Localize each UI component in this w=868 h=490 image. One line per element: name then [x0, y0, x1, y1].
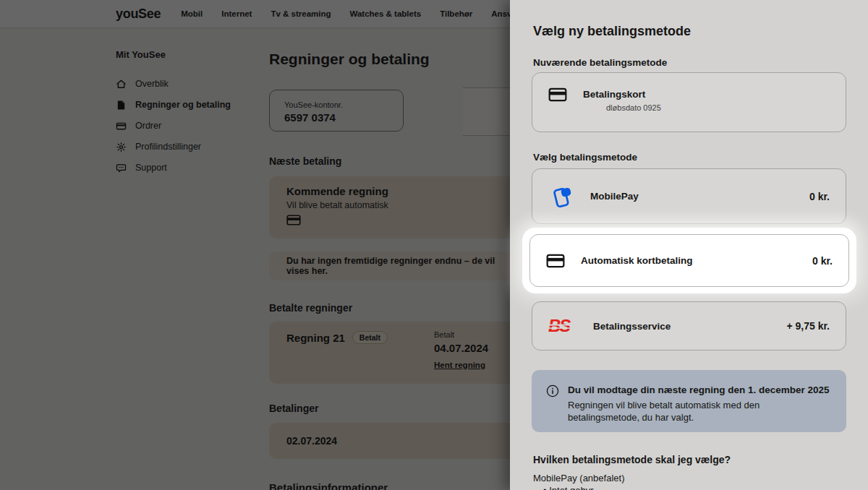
current-method-card: Betalingskort dløbsdato 0925: [532, 72, 846, 132]
method-option-automatisk-kortbetaling[interactable]: Automatisk kortbetaling 0 kr.: [529, 234, 849, 287]
method-price: 0 kr.: [812, 255, 833, 267]
credit-card-icon: [546, 254, 565, 268]
method-option-betalingsservice[interactable]: BS Betalingsservice + 9,75 kr.: [532, 301, 846, 351]
credit-card-icon: [548, 87, 567, 102]
method-price: 0 kr.: [809, 191, 830, 202]
method-price: + 9,75 kr.: [786, 320, 830, 332]
next-invoice-info-box: Du vil modtage din næste regning den 1. …: [532, 370, 846, 432]
faq-heading: Hvilken betalingsmetode skal jeg vælge?: [533, 454, 731, 465]
method-name: Betalingsservice: [593, 321, 671, 332]
svg-text:BS: BS: [548, 317, 571, 335]
betalingsservice-icon: BS: [548, 317, 577, 335]
payment-method-panel: Vælg ny betalingsmetode Nuværende betali…: [510, 0, 868, 490]
method-option-mobilepay[interactable]: MobilePay 0 kr.: [532, 168, 846, 224]
modal-backdrop[interactable]: [0, 0, 510, 490]
yousee-billing-page: youSee Mobil Internet Tv & streaming Wat…: [0, 0, 868, 490]
faq-bullet-item: Intet gebyr: [543, 485, 594, 490]
current-method-detail: dløbsdato 0925: [606, 103, 661, 112]
choose-method-heading: Vælg betalingsmetode: [533, 152, 637, 163]
info-box-title: Du vil modtage din næste regning den 1. …: [568, 384, 832, 395]
method-name: MobilePay: [590, 191, 639, 202]
current-method-name: Betalingskort: [583, 89, 661, 100]
mobilepay-icon: [548, 184, 574, 210]
tutorial-spotlight: Automatisk kortbetaling 0 kr.: [522, 228, 856, 293]
panel-title: Vælg ny betalingsmetode: [533, 24, 691, 39]
info-icon: [546, 384, 559, 397]
faq-subheading: MobilePay (anbefalet): [533, 473, 624, 483]
info-box-body: Regningen vil blive betalt automatisk me…: [568, 399, 832, 424]
method-name: Automatisk kortbetaling: [581, 255, 693, 266]
current-method-heading: Nuværende betalingsmetode: [533, 57, 667, 68]
